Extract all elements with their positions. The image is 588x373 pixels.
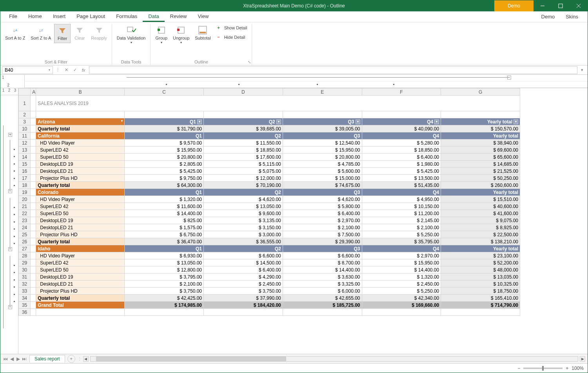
cell[interactable]: $ 2,100.00 bbox=[125, 281, 204, 288]
title-cell[interactable]: SALES ANALYSIS 2019 bbox=[36, 96, 520, 111]
cell[interactable]: SuperLED 42 bbox=[36, 259, 125, 266]
cell[interactable]: $ 13,050.00 bbox=[125, 259, 204, 266]
cell[interactable] bbox=[31, 273, 36, 281]
zoom-in[interactable]: + bbox=[566, 366, 568, 371]
select-all[interactable] bbox=[19, 89, 31, 96]
data-validation-button[interactable]: Data Validation▾ bbox=[114, 24, 148, 46]
cell[interactable]: $ 50,250.00 bbox=[441, 175, 520, 182]
cell[interactable]: $ 64,300.00 bbox=[125, 182, 204, 189]
header-cell[interactable]: Q2▾ bbox=[204, 118, 283, 125]
tab-prev[interactable]: ◀ bbox=[9, 356, 15, 362]
col-header-E[interactable]: E bbox=[283, 89, 362, 96]
split-handle[interactable]: ⋮ bbox=[78, 357, 82, 361]
cell[interactable]: $ 51,435.00 bbox=[362, 182, 441, 189]
cell[interactable]: $ 10,325.00 bbox=[441, 281, 520, 288]
cell[interactable]: $ 4,290.00 bbox=[204, 273, 283, 281]
cell[interactable] bbox=[31, 288, 36, 295]
cell[interactable]: $ 6,000.00 bbox=[283, 288, 362, 295]
cell[interactable]: $ 138,210.00 bbox=[441, 238, 520, 245]
cell[interactable] bbox=[283, 111, 362, 118]
cell[interactable]: $ 52,200.00 bbox=[441, 259, 520, 266]
header-cell[interactable]: Q2 bbox=[204, 245, 283, 252]
cell[interactable]: $ 5,075.00 bbox=[204, 168, 283, 175]
cell[interactable]: $ 8,700.00 bbox=[283, 259, 362, 266]
cell[interactable] bbox=[362, 309, 441, 316]
row-header-19[interactable]: 19 bbox=[19, 189, 31, 196]
cell[interactable] bbox=[31, 125, 36, 132]
cell[interactable] bbox=[31, 295, 36, 302]
cell[interactable]: Quarterly total bbox=[36, 295, 125, 302]
cell[interactable]: $ 2,805.00 bbox=[125, 161, 204, 168]
menu-view[interactable]: View bbox=[192, 12, 214, 22]
cell[interactable] bbox=[31, 175, 36, 182]
header-cell[interactable]: Q1 bbox=[125, 132, 204, 139]
cell[interactable]: $ 23,100.00 bbox=[441, 252, 520, 259]
col-header-G[interactable]: G bbox=[441, 89, 520, 96]
filter-dropdown[interactable]: ▾ bbox=[434, 120, 439, 124]
cell[interactable]: $ 6,600.00 bbox=[204, 252, 283, 259]
cell[interactable]: $ 39,685.00 bbox=[204, 125, 283, 132]
cell[interactable] bbox=[362, 111, 441, 118]
cell[interactable] bbox=[31, 217, 36, 224]
cell[interactable]: $ 14,685.00 bbox=[441, 161, 520, 168]
name-box[interactable]: B40▾ bbox=[2, 66, 53, 74]
cell[interactable]: Projector Plus HD bbox=[36, 175, 125, 182]
cell[interactable]: SuperLED 50 bbox=[36, 154, 125, 161]
zoom-slider[interactable] bbox=[523, 368, 563, 369]
row-header-28[interactable]: 28 bbox=[19, 252, 31, 259]
cell[interactable]: $ 5,280.00 bbox=[362, 139, 441, 147]
cell[interactable]: $ 3,795.00 bbox=[125, 273, 204, 281]
cell[interactable]: $ 18,850.00 bbox=[204, 147, 283, 154]
cell[interactable]: $ 12,540.00 bbox=[283, 139, 362, 147]
outline-level-3[interactable]: 3 bbox=[12, 88, 18, 95]
cell[interactable] bbox=[31, 266, 36, 273]
cell[interactable]: $ 5,425.00 bbox=[125, 168, 204, 175]
cell[interactable]: $ 7,500.00 bbox=[283, 231, 362, 238]
col-header-F[interactable]: F bbox=[362, 89, 441, 96]
cell[interactable]: $ 3,135.00 bbox=[204, 217, 283, 224]
cell[interactable]: $ 1,980.00 bbox=[362, 161, 441, 168]
header-cell[interactable]: Q1▾ bbox=[125, 118, 204, 125]
reapply-button[interactable]: Reapply bbox=[89, 24, 109, 42]
header-cell[interactable]: Q4 bbox=[362, 189, 441, 196]
cell[interactable]: $ 11,200.00 bbox=[362, 210, 441, 217]
cell[interactable] bbox=[36, 111, 125, 118]
menu-review[interactable]: Review bbox=[165, 12, 192, 22]
cell[interactable]: $ 36,470.00 bbox=[125, 238, 204, 245]
cell[interactable]: $ 5,250.00 bbox=[362, 231, 441, 238]
row-header-35[interactable]: 35 bbox=[19, 302, 31, 309]
zoom-out[interactable]: − bbox=[517, 366, 520, 371]
row-header-22[interactable]: 22 bbox=[19, 210, 31, 217]
cell[interactable]: $ 9,750.00 bbox=[125, 175, 204, 182]
outline-expand[interactable]: + bbox=[8, 133, 12, 137]
header-cell[interactable]: Q1 bbox=[125, 245, 204, 252]
cell[interactable]: Grand Total bbox=[36, 302, 125, 309]
menu-file[interactable]: File bbox=[4, 12, 23, 22]
show-detail-button[interactable]: ＋Show Detail bbox=[214, 24, 250, 32]
cell[interactable] bbox=[441, 111, 520, 118]
row-header-2[interactable]: 2 bbox=[19, 111, 31, 118]
row-header-21[interactable]: 21 bbox=[19, 203, 31, 210]
cell[interactable] bbox=[283, 309, 362, 316]
cell[interactable]: $ 9,570.00 bbox=[125, 139, 204, 147]
spreadsheet-grid[interactable]: ABCDEFG 1SALES ANALYSIS 201923Arizona▾Q1… bbox=[18, 88, 588, 354]
cell[interactable] bbox=[31, 196, 36, 203]
tab-last[interactable]: ⏭ bbox=[22, 356, 27, 362]
cell[interactable] bbox=[204, 309, 283, 316]
cell[interactable]: $ 14,400.00 bbox=[362, 266, 441, 273]
cell[interactable] bbox=[31, 259, 36, 266]
cell[interactable]: $ 48,000.00 bbox=[441, 266, 520, 273]
cell[interactable]: DesktopLED 19 bbox=[36, 217, 125, 224]
cell[interactable]: $ 20,800.00 bbox=[125, 154, 204, 161]
cell[interactable]: $ 174,985.00 bbox=[125, 302, 204, 309]
row-header-1[interactable]: 1 bbox=[19, 96, 31, 111]
cell[interactable]: $ 3,000.00 bbox=[204, 231, 283, 238]
cell[interactable] bbox=[31, 189, 36, 196]
cell[interactable] bbox=[31, 231, 36, 238]
cell[interactable]: $ 42,340.00 bbox=[362, 295, 441, 302]
cell[interactable]: SuperLED 42 bbox=[36, 203, 125, 210]
header-cell[interactable]: Yearly total bbox=[441, 245, 520, 252]
filter-button[interactable]: Filter bbox=[54, 24, 71, 43]
cell[interactable]: $ 4,620.00 bbox=[283, 196, 362, 203]
cell[interactable]: $ 14,400.00 bbox=[283, 266, 362, 273]
